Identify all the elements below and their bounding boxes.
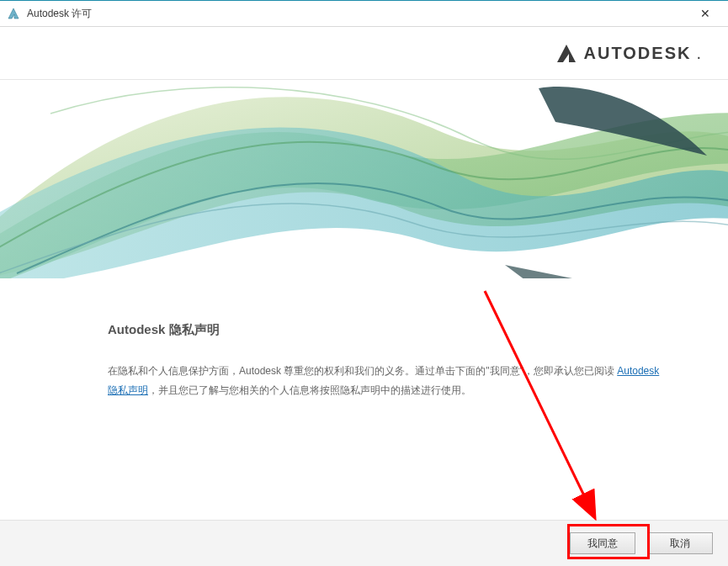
privacy-text-after: ，并且您已了解与您相关的个人信息将按照隐私声明中的描述进行使用。 (148, 384, 471, 396)
cancel-button[interactable]: 取消 (647, 532, 713, 554)
window-title: Autodesk 许可 (27, 7, 688, 21)
privacy-text-before: 在隐私和个人信息保护方面，Autodesk 尊重您的权利和我们的义务。通过单击下… (108, 365, 617, 377)
header: AUTODESK. (0, 27, 728, 80)
privacy-heading: Autodesk 隐私声明 (108, 322, 662, 338)
autodesk-dot: . (696, 44, 701, 63)
privacy-paragraph: 在隐私和个人信息保护方面，Autodesk 尊重您的权利和我们的义务。通过单击下… (108, 362, 662, 400)
agree-button[interactable]: 我同意 (570, 532, 635, 554)
content-area: Autodesk 隐私声明 在隐私和个人信息保护方面，Autodesk 尊重您的… (0, 278, 728, 400)
close-button[interactable]: ✕ (688, 1, 723, 26)
app-icon (7, 7, 20, 20)
autodesk-mark-icon (555, 42, 577, 64)
autodesk-wordmark: AUTODESK (584, 44, 692, 63)
hero-artwork (0, 80, 728, 278)
autodesk-logo: AUTODESK. (555, 42, 701, 64)
footer: 我同意 取消 (0, 520, 728, 566)
titlebar: Autodesk 许可 ✕ (0, 0, 728, 27)
